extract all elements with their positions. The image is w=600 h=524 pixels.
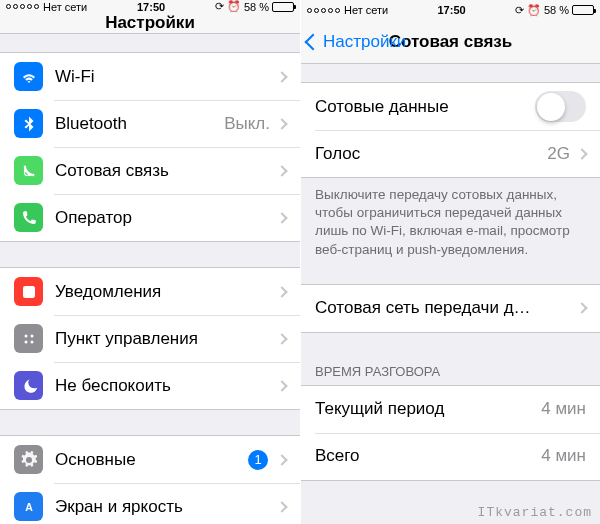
badge-count: 1 [248, 450, 268, 470]
bluetooth-label: Bluetooth [55, 114, 224, 134]
chevron-right-icon [576, 303, 587, 314]
alarm-icon: ⏰ [527, 4, 541, 17]
wifi-icon [14, 62, 43, 91]
moon-icon [14, 371, 43, 400]
svg-point-1 [24, 334, 27, 337]
row-cellular-data[interactable]: Сотовые данные [301, 83, 600, 130]
section-header-call-time: ВРЕМЯ РАЗГОВОРА [301, 358, 600, 385]
wifi-label: Wi-Fi [55, 67, 278, 87]
current-period-value: 4 мин [541, 399, 586, 419]
cellular-data-label: Сотовые данные [315, 97, 535, 117]
row-control-center[interactable]: Пункт управления [0, 315, 300, 362]
total-label: Всего [315, 446, 541, 466]
nav-header: Настройки [0, 13, 300, 34]
chevron-right-icon [276, 286, 287, 297]
svg-text:A: A [25, 500, 33, 512]
row-cellular[interactable]: Сотовая связь [0, 147, 300, 194]
chevron-right-icon [276, 118, 287, 129]
notifications-icon [14, 277, 43, 306]
chevron-right-icon [276, 165, 287, 176]
carrier-text: Нет сети [344, 4, 388, 16]
svg-point-3 [24, 340, 27, 343]
voice-label: Голос [315, 144, 547, 164]
signal-icon [6, 4, 39, 9]
cellular-network-label: Сотовая сеть передачи д… [315, 298, 578, 318]
chevron-right-icon [276, 380, 287, 391]
row-total[interactable]: Всего 4 мин [301, 433, 600, 480]
general-label: Основные [55, 450, 248, 470]
status-bar: Нет сети 17:50 ⟳ ⏰ 58 % [301, 0, 600, 20]
signal-icon [307, 8, 340, 13]
row-current-period[interactable]: Текущий период 4 мин [301, 386, 600, 433]
row-voice[interactable]: Голос 2G [301, 130, 600, 177]
row-bluetooth[interactable]: Bluetooth Выкл. [0, 100, 300, 147]
alarm-icon: ⏰ [227, 0, 241, 13]
voice-value: 2G [547, 144, 570, 164]
dnd-label: Не беспокоить [55, 376, 278, 396]
settings-screen: Нет сети 17:50 ⟳ ⏰ 58 % Настройки Wi-Fi [0, 0, 300, 524]
chevron-right-icon [276, 501, 287, 512]
display-icon: A [14, 492, 43, 521]
control-center-label: Пункт управления [55, 329, 278, 349]
chevron-right-icon [276, 454, 287, 465]
current-period-label: Текущий период [315, 399, 541, 419]
display-label: Экран и яркость [55, 497, 278, 517]
carrier-text: Нет сети [43, 1, 87, 13]
page-title: Сотовая связь [389, 32, 513, 52]
row-dnd[interactable]: Не беспокоить [0, 362, 300, 409]
rotation-lock-icon: ⟳ [215, 0, 224, 13]
clock: 17:50 [137, 1, 165, 13]
chevron-right-icon [276, 71, 287, 82]
svg-point-2 [30, 334, 33, 337]
back-button[interactable]: Настройки [307, 32, 406, 52]
chevron-right-icon [576, 148, 587, 159]
cellular-label: Сотовая связь [55, 161, 278, 181]
bluetooth-value: Выкл. [224, 114, 270, 134]
row-notifications[interactable]: Уведомления [0, 268, 300, 315]
battery-pct: 58 % [244, 1, 269, 13]
row-carrier[interactable]: Оператор [0, 194, 300, 241]
rotation-lock-icon: ⟳ [515, 4, 524, 17]
watermark: ITkvariat.com [478, 505, 592, 520]
chevron-right-icon [276, 212, 287, 223]
page-title: Настройки [105, 13, 195, 33]
row-display[interactable]: A Экран и яркость [0, 483, 300, 524]
control-center-icon [14, 324, 43, 353]
svg-rect-0 [23, 286, 35, 298]
carrier-label: Оператор [55, 208, 278, 228]
gear-icon [14, 445, 43, 474]
nav-header: Настройки Сотовая связь [301, 20, 600, 64]
chevron-right-icon [276, 333, 287, 344]
bluetooth-icon [14, 109, 43, 138]
cellular-screen: Нет сети 17:50 ⟳ ⏰ 58 % Настройки Сотова… [300, 0, 600, 524]
row-general[interactable]: Основные 1 [0, 436, 300, 483]
svg-point-4 [30, 340, 33, 343]
battery-icon [572, 5, 594, 15]
notifications-label: Уведомления [55, 282, 278, 302]
cellular-data-toggle[interactable] [535, 91, 586, 122]
phone-icon [14, 203, 43, 232]
chevron-left-icon [305, 33, 322, 50]
clock: 17:50 [438, 4, 466, 16]
back-label: Настройки [323, 32, 406, 52]
battery-icon [272, 2, 294, 12]
cellular-icon [14, 156, 43, 185]
explanatory-text: Выключите передачу сотовых данных, чтобы… [301, 178, 600, 259]
row-wifi[interactable]: Wi-Fi [0, 53, 300, 100]
total-value: 4 мин [541, 446, 586, 466]
row-cellular-network[interactable]: Сотовая сеть передачи д… [301, 285, 600, 332]
battery-pct: 58 % [544, 4, 569, 16]
status-bar: Нет сети 17:50 ⟳ ⏰ 58 % [0, 0, 300, 13]
